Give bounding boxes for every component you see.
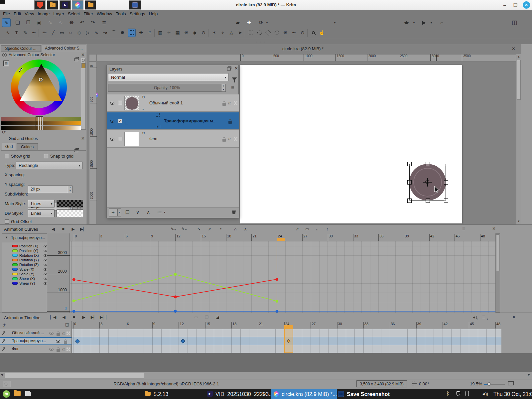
lock-docker-icon[interactable] (2, 53, 7, 57)
add-keyframe-icon[interactable]: ✎₊ (170, 226, 178, 232)
scroll-right-arrow[interactable]: ▶ (528, 373, 530, 376)
channel-rotation-y[interactable]: Rotation (Y) (2, 258, 48, 262)
timeline-menu-icon[interactable]: ≡ (482, 314, 485, 321)
preserve-alpha-icon[interactable]: ✚ (245, 18, 253, 27)
play-button[interactable]: ▶ (69, 226, 77, 232)
volume-tray-icon[interactable]: ◄)) (481, 392, 488, 396)
downloads-folder-button[interactable]: ↓ (47, 0, 58, 10)
close-docker-icon[interactable]: ✕ (234, 66, 238, 71)
menu-filter[interactable]: Filter (83, 11, 93, 16)
workspace-chooser-icon[interactable]: ◫ (510, 18, 519, 27)
no-color-icon[interactable] (82, 59, 85, 62)
toolbar-drag-handle[interactable]: ······· (256, 40, 265, 44)
pattern-edit-tool[interactable]: ▦ (174, 29, 182, 37)
minimize-button[interactable]: – (501, 1, 509, 9)
curves-vertical-scrollbar[interactable] (495, 233, 500, 313)
notes-app-button[interactable] (129, 0, 141, 10)
layer-visibility-icon[interactable] (110, 138, 114, 141)
canvas-scrollbar-thumb[interactable] (517, 60, 521, 100)
layers-docker[interactable]: Layers ✕ Normal▾ Opacity: 100% ▲▼ ≡ ↻ Об… (106, 65, 239, 218)
selector-settings-icon[interactable]: ▤ (3, 61, 9, 66)
delete-layer-icon[interactable] (232, 210, 236, 214)
rectangular-select-tool[interactable] (247, 29, 255, 37)
layer-row-normal[interactable]: ↻ Обычный слой 1 ⌄ α (107, 94, 239, 112)
layer-properties-icon[interactable]: ≔ (157, 209, 162, 215)
float-docker-icon[interactable] (74, 58, 78, 61)
layer-filter-icon[interactable] (232, 77, 237, 80)
inherit-alpha-icon[interactable] (234, 137, 237, 141)
open-document-icon[interactable]: ❒ (24, 18, 33, 27)
inherit-alpha-icon[interactable] (66, 347, 70, 351)
tangent-sharp-icon[interactable]: ⋏ (241, 226, 249, 232)
column-settings-icon[interactable]: ◫ (65, 322, 69, 327)
inherit-alpha-icon[interactable] (66, 332, 70, 335)
document-tab-title[interactable]: circle.kra (82.9 MiB) * (87, 46, 519, 51)
add-layer-dropdown[interactable]: ▾ (117, 208, 121, 216)
close-docker-icon[interactable]: ✕ (492, 226, 496, 231)
layer-blending-mode-dropdown[interactable]: Normal▾ (108, 73, 228, 81)
maximize-button[interactable]: ❐ (511, 1, 519, 9)
show-grid-checkbox[interactable] (5, 154, 9, 158)
channel-position-y[interactable]: Position (Y) (2, 248, 48, 253)
interp-constant-icon[interactable]: ➘ (195, 226, 203, 232)
tab-guides[interactable]: Guides (17, 143, 38, 151)
magnetic-select-tool[interactable]: ⊙ (299, 29, 307, 37)
close-docker-icon[interactable]: ✕ (81, 136, 85, 141)
transform-handle-top[interactable] (426, 162, 430, 166)
layer-lock-icon[interactable] (64, 341, 67, 344)
alpha-lock-icon[interactable]: α (228, 100, 231, 105)
multibrush-tool[interactable]: ✸ (118, 29, 126, 37)
transform-handle-left[interactable] (407, 180, 412, 185)
layer-thumbnail[interactable] (124, 132, 139, 146)
pan-tool[interactable]: ☝ (318, 29, 326, 37)
channel-visibility-icon[interactable] (44, 263, 47, 266)
zoom-fit-icon[interactable]: ↗ (293, 226, 301, 232)
reference-images-tool[interactable]: ➤ (236, 29, 244, 37)
transform-handle-top-left[interactable] (407, 162, 412, 166)
layer-select-checkbox[interactable] (118, 101, 122, 105)
wrap-around-icon[interactable]: ⌐ (438, 18, 446, 27)
transform-handle-bottom-right[interactable] (444, 199, 448, 203)
zoom-selection-icon[interactable]: ▭ (303, 226, 311, 232)
tab-specific-color-selector[interactable]: Specific Colour ... (1, 45, 41, 52)
freehand-path-tool[interactable]: ↝ (101, 29, 109, 37)
layer-visibility-icon[interactable] (110, 102, 114, 105)
measure-tool[interactable]: △ (227, 29, 235, 37)
gradient-tool[interactable]: ▧ (156, 29, 164, 37)
rotation-icon[interactable] (412, 381, 417, 386)
chevron-down-icon[interactable]: ▾ (332, 18, 337, 27)
rectangle-tool[interactable]: ▭ (58, 29, 66, 37)
last-frame-button[interactable]: ▶▏▏ (100, 314, 108, 321)
layer-lock-icon[interactable] (57, 333, 60, 336)
refresh-icon[interactable]: ⟳ (2, 130, 6, 135)
mirror-horizontal-icon[interactable]: ◀▶ (402, 18, 410, 27)
scrollbar-thumb[interactable] (496, 234, 499, 271)
float-docker-icon[interactable] (74, 149, 78, 152)
color-sampler-tool[interactable]: ✧ (165, 29, 173, 37)
channel-visibility-icon[interactable] (44, 277, 47, 280)
timeline-row-background-layer[interactable]: Фон α (0, 345, 71, 353)
crop-tool[interactable]: # (146, 29, 154, 37)
shape-select-tool[interactable]: ↖ (4, 29, 12, 37)
layer-name[interactable]: Трансформирующая м... (164, 118, 216, 123)
close-docker-icon[interactable]: ✕ (512, 315, 516, 320)
save-document-icon[interactable]: ▣ (35, 18, 43, 27)
channel-visibility-icon[interactable] (44, 282, 47, 284)
snap-to-grid-checkbox[interactable] (44, 154, 48, 158)
mirror-vertical-icon[interactable]: ▶ (420, 18, 428, 27)
channel-visibility-icon[interactable] (44, 249, 47, 252)
current-frame-marker[interactable] (277, 238, 285, 241)
layer-lock-icon[interactable] (222, 103, 226, 106)
smart-patch-tool[interactable]: ✳ (182, 29, 190, 37)
remove-keyframe-icon[interactable]: ✎₋ (180, 226, 188, 232)
layer-visibility-icon[interactable] (49, 332, 54, 335)
dynamic-brush-tool[interactable]: ⌒ (110, 29, 118, 37)
files-launcher-icon[interactable] (14, 391, 21, 397)
layer-lock-icon[interactable] (222, 139, 226, 142)
bezier-curve-tool[interactable]: ∿ (92, 29, 100, 37)
main-style-color-swatch[interactable] (57, 200, 83, 207)
main-style-dropdown[interactable]: Lines▾ (28, 200, 55, 207)
chevron-down-icon[interactable]: ▾ (429, 18, 434, 27)
menu-window[interactable]: Window (97, 11, 112, 16)
next-frame-button[interactable]: ▶▏ (79, 226, 87, 232)
